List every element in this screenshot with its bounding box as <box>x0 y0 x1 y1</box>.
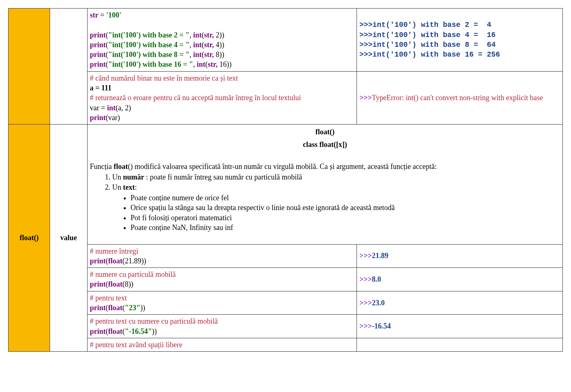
code-token: (a, 2) <box>116 104 131 112</box>
output-error: TypeError: int() can't convert non-strin… <box>372 94 543 102</box>
code-token: "int('100') with base 2 = " <box>108 31 190 39</box>
code-token: int <box>193 31 202 39</box>
code-token: float <box>108 280 123 288</box>
code-token: print <box>90 60 106 68</box>
output-prompt: >>> <box>359 322 372 330</box>
code-comment: # returnează o eroare pentru că nu accep… <box>90 94 301 102</box>
int-base-output: >>>int('100') with base 2 = 4 >>>int('10… <box>357 9 562 72</box>
float-name-cell: float() <box>9 125 50 352</box>
float-arg-list: Un număr : poate fi număr întreg sau num… <box>90 172 560 232</box>
code-token: print <box>90 50 106 59</box>
output-value: -16.54 <box>372 322 391 330</box>
code-token: "23" <box>125 304 140 312</box>
code-token: print <box>90 327 106 335</box>
list-item: Orice spațiu la stânga sau la dreapta re… <box>131 203 560 212</box>
list-item: Pot fi folosiți operatori matematici <box>131 213 560 223</box>
output-line: >>>int('100') with base 2 = 4 <box>359 20 560 30</box>
code-token: str <box>90 11 98 19</box>
output-line: >>>int('100') with base 16 = 256 <box>359 50 560 59</box>
int-base-code: str = '100' print("int('100') with base … <box>87 9 357 72</box>
code-token: print <box>90 114 106 122</box>
code-token: int <box>107 104 116 112</box>
code-token: float <box>108 327 123 335</box>
float-intro: Funcția float() modifică valoarea specif… <box>90 162 437 171</box>
float-ex2-output: >>>8.0 <box>357 268 562 291</box>
code-comment: # când numărul binar nu este în memorie … <box>90 74 238 82</box>
code-token: , <box>190 50 193 59</box>
code-token: 4)) <box>214 41 224 49</box>
list-item: Un număr : poate fi număr întreg sau num… <box>112 172 560 182</box>
code-comment: # pentru text <box>90 294 127 302</box>
code-token: a = 111 <box>90 84 112 92</box>
float-ex3-output: >>>23.0 <box>357 291 562 315</box>
code-token: str, <box>204 41 214 49</box>
section-color-int <box>9 9 50 125</box>
output-line: >>>int('100') with base 4 = 16 <box>359 30 560 40</box>
int-error-output: >>>TypeError: int() can't convert non-st… <box>357 71 562 124</box>
code-token: "int('100') with base 16 = " <box>108 60 193 68</box>
int-arg-cell <box>50 9 88 125</box>
code-token: "-16.54" <box>125 327 152 335</box>
code-comment: # pentru text cu numere cu particulă mob… <box>90 317 218 325</box>
list-item: Poate conține numere de orice fel <box>131 193 560 203</box>
code-token: (21.89)) <box>123 257 146 265</box>
code-token: 2)) <box>214 31 224 39</box>
output-value: 21.89 <box>372 252 389 260</box>
float-description: float() class float([x]) Funcția float()… <box>87 125 562 244</box>
code-token: print <box>90 280 106 288</box>
code-token: , <box>190 31 193 39</box>
code-comment: # numere cu particulă mobilă <box>90 270 176 278</box>
code-token: )) <box>140 304 145 312</box>
code-token: "int('100') with base 4 = " <box>108 41 190 49</box>
code-token: int <box>193 50 202 59</box>
code-token: (var) <box>106 114 120 122</box>
code-token: , <box>190 41 193 49</box>
code-token: float <box>108 257 123 265</box>
float-ex5-output <box>357 338 562 351</box>
code-token: print <box>90 257 106 265</box>
code-token: print <box>90 31 106 39</box>
float-header-1: float() <box>90 127 560 137</box>
float-header-2: class float([x]) <box>90 140 560 149</box>
float-ex5-code: # pentru text având spații libere <box>87 338 357 351</box>
list-item: Un text: Poate conține numere de orice f… <box>112 182 560 232</box>
output-line: >>>int('100') with base 8 = 64 <box>359 40 560 50</box>
float-ex4-code: # pentru text cu numere cu particulă mob… <box>87 315 357 338</box>
code-token: int <box>193 41 202 49</box>
doc-table: str = '100' print("int('100') with base … <box>8 8 563 352</box>
code-comment: # numere întregi <box>90 247 138 255</box>
output-value: 8.0 <box>372 275 381 283</box>
float-ex1-code: # numere întregi print(float(21.89)) <box>87 244 357 268</box>
code-token: print <box>90 41 106 49</box>
code-token: float <box>108 304 123 312</box>
output-prompt: >>> <box>359 252 372 260</box>
code-token: var = <box>90 104 107 112</box>
int-error-code: # când numărul binar nu este în memorie … <box>87 71 357 124</box>
float-text-sublist: Poate conține numere de orice fel Orice … <box>112 193 560 232</box>
code-token: "int('100') with base 8 = " <box>108 50 190 59</box>
float-ex4-output: >>>-16.54 <box>357 315 562 338</box>
code-token: str, <box>204 50 214 59</box>
code-token: '100' <box>106 11 121 19</box>
code-token: = <box>98 11 106 19</box>
code-token: str, <box>204 31 214 39</box>
float-ex2-code: # numere cu particulă mobilă print(float… <box>87 268 357 291</box>
code-token: 8)) <box>214 50 224 59</box>
list-item: Poate conține NaN, Infinity sau inf <box>131 223 560 232</box>
code-token: )) <box>152 327 157 335</box>
code-token: print <box>90 304 106 312</box>
code-token: , <box>193 60 197 68</box>
code-token: 16)) <box>217 60 232 68</box>
float-arg-cell: value <box>50 125 88 352</box>
float-ex1-output: >>>21.89 <box>357 244 562 268</box>
output-prompt: >>> <box>359 94 372 102</box>
code-token: (8)) <box>123 280 133 288</box>
output-value: 23.0 <box>372 299 385 307</box>
output-prompt: >>> <box>359 275 372 283</box>
output-prompt: >>> <box>359 299 372 307</box>
code-comment: # pentru text având spații libere <box>90 341 182 349</box>
code-token: str, <box>208 60 218 68</box>
code-token: int <box>197 60 206 68</box>
float-ex3-code: # pentru text print(float("23")) <box>87 291 357 315</box>
